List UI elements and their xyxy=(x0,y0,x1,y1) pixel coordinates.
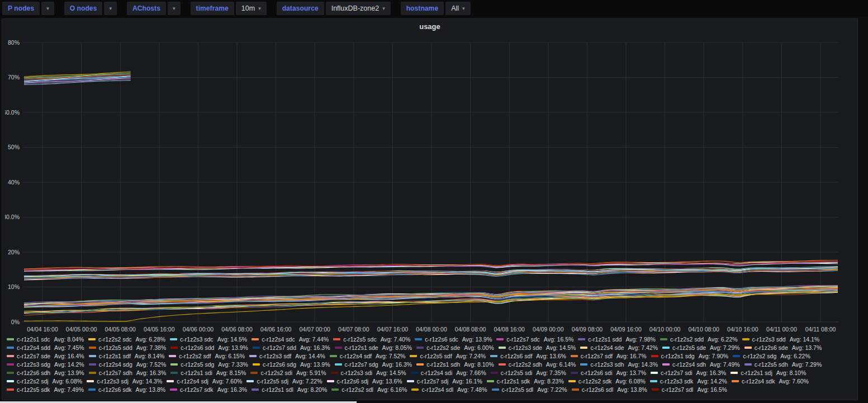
variable-label[interactable]: AChosts xyxy=(127,2,166,15)
legend-item[interactable]: c-r1z2s1 sdhAvg: 8.10% xyxy=(416,361,494,368)
series-name: c-r1z2s6 sdd xyxy=(181,344,214,351)
series-color-swatch xyxy=(568,380,576,382)
x-axis-tick-label: 04/11 00:00 xyxy=(766,326,797,333)
legend-item[interactable]: c-r1z2s2 sdhAvg: 6.14% xyxy=(499,361,576,368)
legend-item[interactable]: c-r1z2s6 sdfAvg: 13.6% xyxy=(490,353,566,359)
legend-item[interactable]: c-r1z2s4 sdlAvg: 7.48% xyxy=(411,386,487,393)
legend-item[interactable]: c-r1z2s5 sdcAvg: 7.40% xyxy=(333,336,410,343)
variable-label[interactable]: hostname xyxy=(401,2,444,15)
legend-item[interactable]: c-r1z2s1 sdfAvg: 8.14% xyxy=(89,353,165,359)
legend-item[interactable]: c-r1z2s5 sdeAvg: 7.29% xyxy=(662,344,740,351)
legend-item[interactable]: c-r1z2s5 sdjAvg: 7.22% xyxy=(246,378,322,385)
legend-item[interactable]: c-r1z2s1 sdiAvg: 8.15% xyxy=(170,369,246,376)
legend-item[interactable]: c-r1z2s1 sdjAvg: 8.10% xyxy=(731,369,806,376)
legend-item[interactable]: c-r1z2s3 sdhAvg: 14.3% xyxy=(580,361,658,368)
legend-item[interactable]: c-r1z2s2 sdjAvg: 6.08% xyxy=(7,378,82,385)
series-color-swatch xyxy=(170,363,178,366)
legend-item[interactable]: c-r1z2s6 sdhAvg: 13.9% xyxy=(7,369,84,376)
legend-item[interactable]: c-r1z2s6 sdkAvg: 13.8% xyxy=(88,386,165,393)
legend-item[interactable]: c-r1z2s5 sdfAvg: 7.24% xyxy=(410,353,486,359)
variable-label[interactable]: datasource xyxy=(277,2,324,15)
series-color-swatch xyxy=(89,363,96,366)
legend-item[interactable]: c-r1z2s7 sdhAvg: 16.3% xyxy=(89,369,167,376)
legend-item[interactable]: c-r1z2s4 sdgAvg: 7.52% xyxy=(89,361,167,368)
legend-item[interactable]: c-r1z2s4 sdcAvg: 7.44% xyxy=(252,336,329,343)
legend-item[interactable]: c-r1z2s2 sdkAvg: 6.08% xyxy=(568,378,646,385)
variable-dropdown[interactable]: 10m▾ xyxy=(236,2,267,15)
legend-item[interactable]: c-r1z2s6 sdgAvg: 13.9% xyxy=(253,361,330,368)
variable-selected-value: 10m xyxy=(241,4,255,12)
legend-item[interactable]: c-r1z2s1 sdlAvg: 8.20% xyxy=(252,386,327,393)
legend-item[interactable]: c-r1z2s3 sdeAvg: 14.5% xyxy=(499,344,576,351)
legend-item[interactable]: c-r1z2s5 sddAvg: 7.38% xyxy=(89,344,167,351)
legend-item[interactable]: c-r1z2s3 sdiAvg: 14.5% xyxy=(331,369,406,376)
legend-item[interactable]: c-r1z2s2 sddAvg: 6.22% xyxy=(660,336,738,343)
legend-item[interactable]: c-r1z2s5 sdlAvg: 7.22% xyxy=(492,386,567,393)
variable-dropdown[interactable]: InfluxDB-zone2▾ xyxy=(326,2,391,15)
legend-item[interactable]: c-r1z2s6 sdjAvg: 13.6% xyxy=(327,378,402,385)
series-color-swatch xyxy=(167,380,174,382)
legend-item[interactable]: c-r1z2s3 sddAvg: 14.1% xyxy=(742,336,820,343)
variable-dropdown[interactable]: ▾ xyxy=(41,2,54,15)
series-name: c-r1z2s3 sdj xyxy=(97,378,129,385)
legend-item[interactable]: c-r1z2s2 sdfAvg: 6.15% xyxy=(169,353,245,359)
variable-dropdown[interactable]: ▾ xyxy=(168,2,181,15)
x-axis-tick-label: 04/07 00:00 xyxy=(299,326,330,333)
series-color-swatch xyxy=(250,372,258,374)
legend-item[interactable]: c-r1z2s3 sdfAvg: 14.4% xyxy=(249,353,325,359)
usage-chart-svg[interactable]: 04/04 16:0004/05 00:0004/05 08:0004/05 1… xyxy=(5,36,860,338)
series-color-swatch xyxy=(578,338,585,340)
legend-row: c-r1z2s4 sddAvg: 7.45%c-r1z2s5 sddAvg: 7… xyxy=(7,343,856,352)
legend-item[interactable]: c-r1z2s7 sdiAvg: 16.3% xyxy=(651,369,726,376)
legend-item[interactable]: c-r1z2s7 sdjAvg: 16.1% xyxy=(407,378,482,385)
legend-item[interactable]: c-r1z2s4 sdiAvg: 7.66% xyxy=(411,369,486,376)
legend-item[interactable]: c-r1z2s6 sddAvg: 13.9% xyxy=(170,344,248,351)
legend-item[interactable]: c-r1z2s5 sdkAvg: 7.49% xyxy=(7,386,84,393)
variable-label[interactable]: O nodes xyxy=(64,2,103,15)
legend-item[interactable]: c-r1z2s6 sdlAvg: 13.8% xyxy=(572,386,647,393)
legend-item[interactable]: c-r1z2s1 sddAvg: 7.98% xyxy=(578,336,656,343)
legend-item[interactable]: c-r1z2s2 sdeAvg: 6.00% xyxy=(416,344,494,351)
legend-item[interactable]: c-r1z2s6 sdeAvg: 13.7% xyxy=(744,344,822,351)
legend-item[interactable]: c-r1z2s7 sdcAvg: 16.5% xyxy=(496,336,573,343)
legend-item[interactable]: c-r1z2s5 sdiAvg: 7.35% xyxy=(491,369,566,376)
legend-item[interactable]: c-r1z2s6 sdcAvg: 13.9% xyxy=(415,336,492,343)
legend-item[interactable]: c-r1z2s3 sdkAvg: 14.2% xyxy=(650,378,727,385)
legend-item[interactable]: c-r1z2s4 sdkAvg: 7.60% xyxy=(732,378,809,385)
legend-item[interactable]: c-r1z2s7 sdfAvg: 16.7% xyxy=(571,353,647,359)
legend-item[interactable]: c-r1z2s2 sdgAvg: 6.22% xyxy=(733,353,810,359)
legend-item[interactable]: c-r1z2s7 sddAvg: 16.3% xyxy=(253,344,330,351)
variable-label[interactable]: P nodes xyxy=(2,2,40,15)
panel-title[interactable]: usage xyxy=(2,22,857,31)
legend-item[interactable]: c-r1z2s2 sdlAvg: 6.16% xyxy=(331,386,407,393)
x-axis-tick-label: 04/06 08:00 xyxy=(221,326,253,333)
legend-item[interactable]: c-r1z2s4 sdhAvg: 7.49% xyxy=(662,361,740,368)
legend-item[interactable]: c-r1z2s6 sdiAvg: 13.7% xyxy=(571,369,646,376)
legend-item[interactable]: c-r1z2s3 sdcAvg: 14.5% xyxy=(170,336,247,343)
series-avg-value: Avg: 14.5% xyxy=(546,344,576,351)
series-avg-value: Avg: 16.1% xyxy=(452,378,482,385)
legend-item[interactable]: c-r1z2s1 sdeAvg: 8.05% xyxy=(335,344,412,351)
legend-item[interactable]: c-r1z2s1 sdkAvg: 8.23% xyxy=(487,378,564,385)
legend-item[interactable]: c-r1z2s3 sdjAvg: 14.3% xyxy=(87,378,162,385)
variable-dropdown[interactable]: All▾ xyxy=(445,2,470,15)
usage-panel: usage 04/04 16:0004/05 00:0004/05 08:000… xyxy=(2,18,858,400)
legend-item[interactable]: c-r1z2s4 sdeAvg: 7.42% xyxy=(580,344,658,351)
legend-item[interactable]: c-r1z2s4 sdfAvg: 7.52% xyxy=(330,353,406,359)
legend-item[interactable]: c-r1z2s1 sdcAvg: 8.04% xyxy=(7,336,84,343)
legend-item[interactable]: c-r1z2s7 sdeAvg: 16.4% xyxy=(7,353,84,359)
legend-item[interactable]: c-r1z2s2 sdcAvg: 6.28% xyxy=(88,336,165,343)
legend-item[interactable]: c-r1z2s5 sdhAvg: 7.29% xyxy=(744,361,822,368)
legend-item[interactable]: c-r1z2s7 sdkAvg: 16.3% xyxy=(170,386,247,393)
legend-item[interactable]: c-r1z2s7 sdgAvg: 16.3% xyxy=(335,361,412,368)
legend-item[interactable]: c-r1z2s4 sddAvg: 7.45% xyxy=(7,344,84,351)
legend-item[interactable]: c-r1z2s4 sdjAvg: 7.60% xyxy=(167,378,242,385)
legend-item[interactable]: c-r1z2s3 sdgAvg: 14.2% xyxy=(7,361,84,368)
variable-label[interactable]: timeframe xyxy=(191,2,234,15)
variable-dropdown[interactable]: ▾ xyxy=(104,2,117,15)
legend-item[interactable]: c-r1z2s5 sdgAvg: 7.33% xyxy=(170,361,248,368)
legend-item[interactable]: c-r1z2s7 sdlAvg: 16.5% xyxy=(652,386,727,393)
series-color-swatch xyxy=(89,372,96,374)
legend-item[interactable]: c-r1z2s1 sdgAvg: 7.90% xyxy=(651,353,729,359)
legend-item[interactable]: c-r1z2s2 sdiAvg: 5.91% xyxy=(250,369,326,376)
